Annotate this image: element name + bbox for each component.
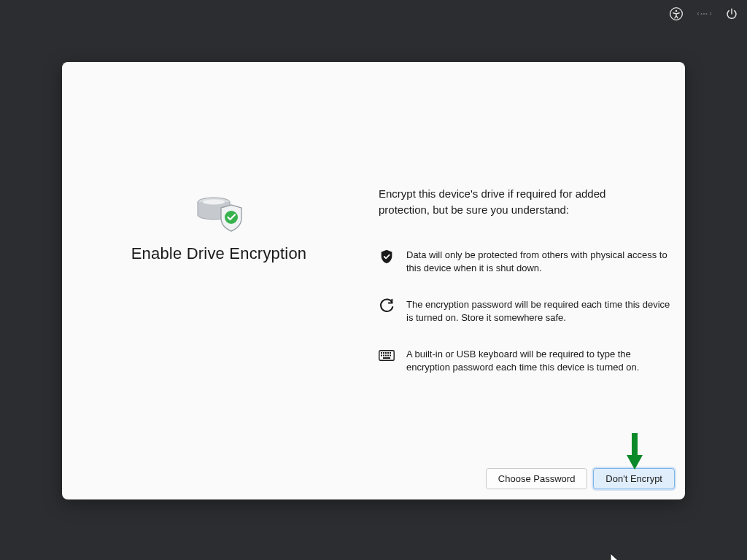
language-options-icon[interactable]: ‹ › xyxy=(696,6,712,22)
point-physical-access: Data will only be protected from others … xyxy=(379,249,672,275)
point-keyboard-required: A built-in or USB keyboard will be requi… xyxy=(379,348,672,374)
dont-encrypt-button[interactable]: Don't Encrypt xyxy=(593,468,675,489)
svg-rect-12 xyxy=(383,352,384,354)
topbar: ‹ › xyxy=(668,6,740,22)
svg-rect-20 xyxy=(390,355,391,357)
point-text: A built-in or USB keyboard will be requi… xyxy=(406,348,672,374)
svg-point-8 xyxy=(203,200,225,205)
point-password-required: The encryption password will be required… xyxy=(379,298,672,324)
point-text: The encryption password will be required… xyxy=(406,298,672,324)
refresh-icon xyxy=(379,298,395,314)
point-text: Data will only be protected from others … xyxy=(406,249,672,275)
keyboard-icon xyxy=(379,348,395,364)
dialog-card: Enable Drive Encryption Encrypt this dev… xyxy=(62,62,685,499)
svg-rect-16 xyxy=(381,355,382,357)
svg-point-5 xyxy=(705,13,707,15)
svg-rect-17 xyxy=(383,355,384,357)
svg-rect-11 xyxy=(381,352,382,354)
action-row: Choose Password Don't Encrypt xyxy=(486,468,675,489)
svg-point-4 xyxy=(703,13,705,15)
left-pane: Enable Drive Encryption xyxy=(62,62,376,499)
svg-text:‹: ‹ xyxy=(696,9,700,18)
cursor-icon xyxy=(610,553,620,560)
accessibility-icon[interactable] xyxy=(668,6,684,22)
svg-rect-13 xyxy=(385,352,387,354)
svg-point-1 xyxy=(676,10,678,12)
svg-rect-18 xyxy=(385,355,387,357)
svg-point-3 xyxy=(701,13,703,15)
page-title: Enable Drive Encryption xyxy=(131,244,307,263)
svg-rect-14 xyxy=(387,352,389,354)
shield-check-icon xyxy=(379,249,395,265)
svg-rect-19 xyxy=(387,355,389,357)
power-icon[interactable] xyxy=(724,6,740,22)
choose-password-button[interactable]: Choose Password xyxy=(486,468,588,489)
right-pane: Encrypt this device's drive if required … xyxy=(376,62,685,499)
svg-rect-15 xyxy=(390,352,391,354)
svg-rect-21 xyxy=(383,357,390,359)
drive-encryption-icon xyxy=(193,196,244,230)
svg-text:›: › xyxy=(708,9,712,18)
intro-text: Encrypt this device's drive if required … xyxy=(379,186,672,218)
